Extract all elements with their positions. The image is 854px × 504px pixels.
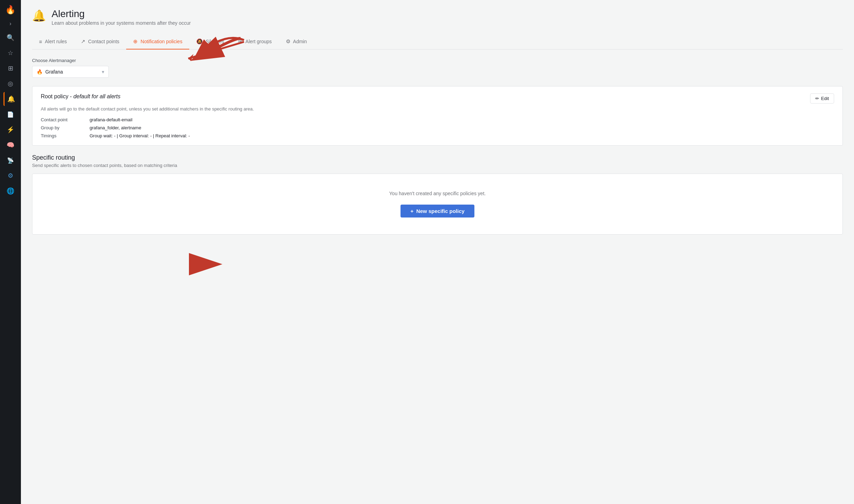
specific-routing-section: Specific routing Send specific alerts to… (32, 154, 843, 235)
sidebar-expand[interactable]: › (6, 20, 15, 28)
silences-icon: 🔕 (196, 38, 203, 45)
grafana-logo[interactable]: 🔥 (3, 3, 17, 17)
edit-icon: ✏ (815, 96, 819, 101)
alertmanager-section: Choose Alertmanager 🔥 Grafana ▾ (32, 58, 843, 86)
sidebar-item-ml[interactable]: 🧠 (3, 138, 17, 152)
sidebar-item-oncall[interactable]: 📡 (3, 153, 17, 167)
select-chevron-icon: ▾ (102, 69, 104, 75)
new-specific-policy-button[interactable]: + New specific policy (401, 205, 474, 217)
tab-alert-rules[interactable]: ≡ Alert rules (32, 34, 74, 49)
contact-point-value: grafana-default-email (90, 117, 834, 122)
page-title: Alerting (52, 8, 191, 20)
sidebar-item-reporting[interactable]: 📄 (3, 107, 17, 121)
timings-value: Group wait: - | Group interval: - | Repe… (90, 133, 834, 138)
group-by-value: grafana_folder, alertname (90, 125, 834, 130)
alertmanager-select-wrapper: 🔥 Grafana ▾ (32, 66, 109, 78)
sidebar-item-incidents[interactable]: ⚡ (3, 123, 17, 137)
contact-points-icon: ↗ (81, 38, 85, 45)
tab-admin[interactable]: ⚙ Admin (279, 34, 314, 49)
empty-routing-message: You haven't created any specific policie… (389, 191, 486, 196)
group-by-label: Group by (41, 125, 90, 130)
root-policy-subtitle: All alerts will go to the default contac… (41, 106, 834, 112)
root-policy-edit-button[interactable]: ✏ Edit (810, 93, 834, 104)
sidebar-item-search[interactable]: 🔍 (3, 31, 17, 45)
alerting-icon: 🔔 (32, 9, 46, 22)
specific-routing-title: Specific routing (32, 154, 843, 161)
tab-silences[interactable]: 🔕 Silences (189, 34, 231, 49)
root-policy-grid: Contact point grafana-default-email Grou… (41, 117, 834, 138)
admin-icon: ⚙ (286, 38, 290, 45)
tab-alert-groups[interactable]: ⊞ Alert groups (231, 34, 279, 49)
page-subtitle: Learn about problems in your systems mom… (52, 20, 191, 26)
empty-routing-box: You haven't created any specific policie… (32, 174, 843, 235)
root-policy-header: Root policy - default for all alerts ✏ E… (41, 93, 834, 104)
sidebar-item-k8s[interactable]: ⚙ (3, 169, 17, 183)
page-header-text: Alerting Learn about problems in your sy… (52, 8, 191, 26)
specific-routing-subtitle: Send specific alerts to chosen contact p… (32, 163, 843, 168)
sidebar: 🔥 › 🔍 ☆ ⊞ ◎ 🔔 📄 ⚡ 🧠 📡 ⚙ 🌐 (0, 0, 21, 504)
sidebar-item-dashboards[interactable]: ⊞ (3, 61, 17, 75)
timings-label: Timings (41, 133, 90, 138)
tabs-bar: ≡ Alert rules ↗ Contact points ⊕ Notific… (32, 34, 843, 49)
alertmanager-select[interactable]: 🔥 Grafana ▾ (32, 66, 109, 78)
tab-notification-policies[interactable]: ⊕ Notification policies (126, 34, 189, 49)
root-policy-title: Root policy - default for all alerts (41, 93, 121, 100)
page-header: 🔔 Alerting Learn about problems in your … (32, 8, 843, 26)
sidebar-item-alerting[interactable]: 🔔 (3, 92, 17, 106)
content-area: 🔔 Alerting Learn about problems in your … (21, 0, 854, 504)
alert-groups-icon: ⊞ (238, 38, 243, 45)
sidebar-item-starred[interactable]: ☆ (3, 46, 17, 60)
new-policy-btn-label: New specific policy (416, 208, 464, 214)
root-policy-title-text: Root policy - default for all alerts (41, 93, 121, 99)
alertmanager-selected-value: Grafana (45, 69, 63, 75)
sidebar-item-explore[interactable]: ◎ (3, 77, 17, 91)
alertmanager-label: Choose Alertmanager (32, 58, 843, 63)
root-policy-card: Root policy - default for all alerts ✏ E… (32, 86, 843, 146)
contact-point-label: Contact point (41, 117, 90, 122)
sidebar-item-cloud[interactable]: 🌐 (3, 184, 17, 198)
plus-icon: + (410, 208, 413, 214)
notification-policies-icon: ⊕ (133, 38, 138, 45)
alert-rules-icon: ≡ (39, 39, 42, 45)
main-content: 🔔 Alerting Learn about problems in your … (21, 0, 854, 504)
tab-contact-points[interactable]: ↗ Contact points (74, 34, 127, 49)
grafana-icon: 🔥 (37, 69, 43, 75)
